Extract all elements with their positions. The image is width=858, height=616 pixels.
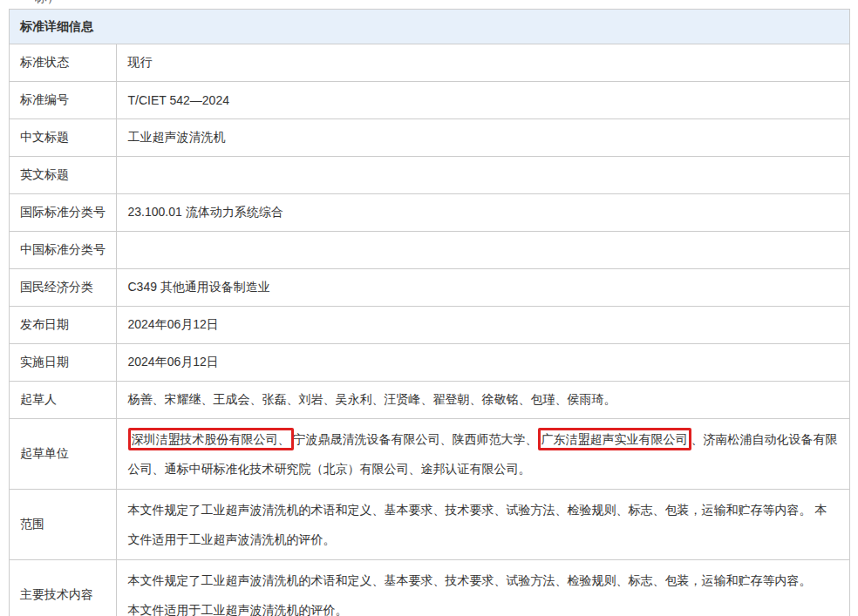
row-label: 起草单位 — [10, 419, 116, 490]
row-label: 标准状态 — [10, 44, 116, 82]
row-label: 中文标题 — [10, 119, 116, 157]
table-row: 标准状态现行 — [10, 44, 849, 82]
detail-table: 标准状态现行标准编号T/CIET 542—2024中文标题工业超声波清洗机英文标… — [10, 44, 849, 616]
table-row: 中国标准分类号 — [10, 232, 849, 269]
value-paragraph: 本文件适用于工业超声波清洗机的评价。 — [128, 595, 840, 616]
table-row: 国民经济分类C349 其他通用设备制造业 — [10, 269, 849, 307]
table-row: 英文标题 — [10, 157, 849, 194]
row-label: 国际标准分类号 — [10, 194, 116, 232]
row-label: 中国标准分类号 — [10, 232, 116, 269]
row-value: 工业超声波清洗机 — [116, 119, 849, 157]
row-label: 主要技术内容 — [10, 560, 116, 616]
red-highlight-box: 广东洁盟超声实业有限公司 — [538, 428, 691, 450]
standard-detail-panel: 标准详细信息 标准状态现行标准编号T/CIET 542—2024中文标题工业超声… — [9, 9, 850, 616]
row-value — [116, 157, 849, 194]
row-label: 发布日期 — [10, 307, 116, 344]
row-value: T/CIET 542—2024 — [116, 82, 849, 119]
clipped-top-text-glyphs: 标） — [35, 0, 96, 6]
row-label: 范围 — [10, 490, 116, 560]
row-value: 杨善、宋耀继、王成会、张磊、刘岩、吴永利、汪贤峰、翟登朝、徐敬铭、包瑾、侯雨琦。 — [116, 382, 849, 419]
table-row: 起草单位深圳洁盟技术股份有限公司、宁波鼎晟清洗设备有限公司、陕西师范大学、广东洁… — [10, 419, 849, 490]
table-row: 范围本文件规定了工业超声波清洗机的术语和定义、基本要求、技术要求、试验方法、检验… — [10, 490, 849, 560]
red-highlight-box: 深圳洁盟技术股份有限公司、 — [128, 428, 294, 450]
clipped-top-text: 标） — [35, 0, 96, 6]
row-value: 23.100.01 流体动力系统综合 — [116, 194, 849, 232]
row-label: 实施日期 — [10, 344, 116, 382]
table-row: 起草人杨善、宋耀继、王成会、张磊、刘岩、吴永利、汪贤峰、翟登朝、徐敬铭、包瑾、侯… — [10, 382, 849, 419]
row-value: 本文件规定了工业超声波清洗机的术语和定义、基本要求、技术要求、试验方法、检验规则… — [116, 560, 849, 616]
row-value: 2024年06月12日 — [116, 344, 849, 382]
row-value — [116, 232, 849, 269]
value-paragraph: 本文件规定了工业超声波清洗机的术语和定义、基本要求、技术要求、试验方法、检验规则… — [128, 565, 840, 595]
row-label: 标准编号 — [10, 82, 116, 119]
row-value: 2024年06月12日 — [116, 307, 849, 344]
table-row: 发布日期2024年06月12日 — [10, 307, 849, 344]
row-value: 深圳洁盟技术股份有限公司、宁波鼎晟清洗设备有限公司、陕西师范大学、广东洁盟超声实… — [116, 419, 849, 490]
org-text-segment: 宁波鼎晟清洗设备有限公司、陕西师范大学、 — [294, 432, 538, 446]
detail-table-body: 标准状态现行标准编号T/CIET 542—2024中文标题工业超声波清洗机英文标… — [10, 44, 849, 616]
table-row: 实施日期2024年06月12日 — [10, 344, 849, 382]
row-label: 国民经济分类 — [10, 269, 116, 307]
drafting-orgs-text: 深圳洁盟技术股份有限公司、宁波鼎晟清洗设备有限公司、陕西师范大学、广东洁盟超声实… — [128, 424, 840, 484]
row-value: 现行 — [116, 44, 849, 82]
table-row: 主要技术内容本文件规定了工业超声波清洗机的术语和定义、基本要求、技术要求、试验方… — [10, 560, 849, 616]
row-label: 英文标题 — [10, 157, 116, 194]
panel-title: 标准详细信息 — [10, 10, 849, 44]
row-label: 起草人 — [10, 382, 116, 419]
table-row: 国际标准分类号23.100.01 流体动力系统综合 — [10, 194, 849, 232]
row-value: C349 其他通用设备制造业 — [116, 269, 849, 307]
value-paragraph: 本文件规定了工业超声波清洗机的术语和定义、基本要求、技术要求、试验方法、检验规则… — [128, 495, 840, 554]
table-row: 标准编号T/CIET 542—2024 — [10, 82, 849, 119]
row-value: 本文件规定了工业超声波清洗机的术语和定义、基本要求、技术要求、试验方法、检验规则… — [116, 490, 849, 560]
table-row: 中文标题工业超声波清洗机 — [10, 119, 849, 157]
